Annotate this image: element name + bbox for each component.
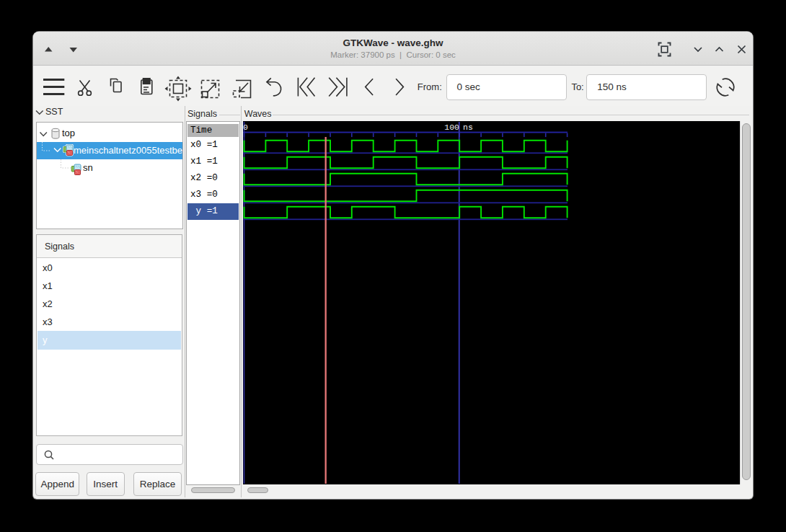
- svg-text:0: 0: [243, 123, 248, 132]
- svg-text:ns: ns: [463, 123, 473, 132]
- svg-text:100: 100: [444, 123, 459, 132]
